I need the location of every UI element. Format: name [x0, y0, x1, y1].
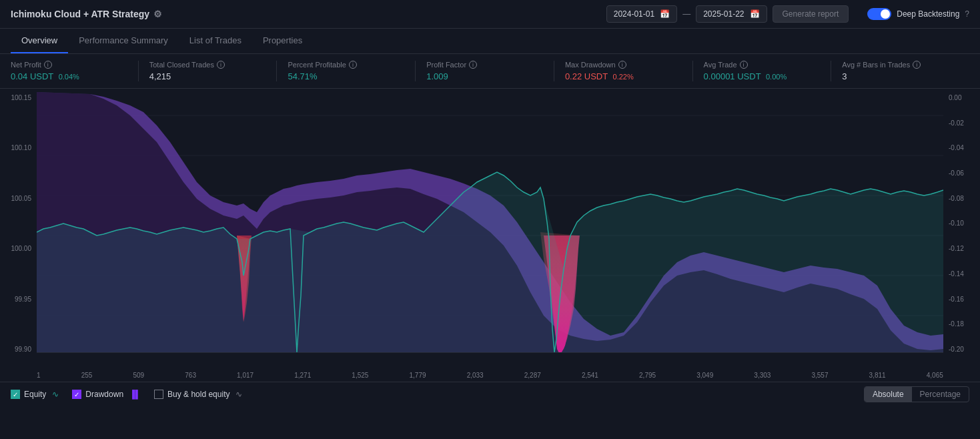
avg-trade-value: 0.00001 USDT 0.00%	[704, 71, 821, 81]
x-label-15: 3,811	[869, 372, 886, 379]
strategy-title: Ichimoku Cloud + ATR Strategy ⚙	[11, 9, 162, 19]
calendar-icon: 📅	[660, 9, 670, 19]
x-label-14: 3,557	[811, 372, 828, 379]
net-profit-info-icon[interactable]: i	[44, 61, 52, 69]
x-label-8: 2,033	[467, 372, 484, 379]
x-label-10: 2,541	[582, 372, 598, 379]
percent-profitable-info-icon[interactable]: i	[349, 61, 357, 69]
metric-net-profit: Net Profit i 0.04 USDT 0.04%	[11, 61, 139, 81]
x-label-6: 1,525	[352, 372, 368, 379]
date-range: 2024-01-01 📅 — 2025-01-22 📅 Generate rep…	[606, 5, 849, 23]
x-label-5: 1,271	[294, 372, 311, 379]
total-trades-info-icon[interactable]: i	[217, 61, 225, 69]
calendar-icon-2: 📅	[750, 9, 760, 19]
x-label-9: 2,287	[524, 372, 541, 379]
header: Ichimoku Cloud + ATR Strategy ⚙ 2024-01-…	[0, 0, 980, 29]
x-label-7: 1,779	[409, 372, 426, 379]
y-label-r-2: -0.04	[949, 144, 975, 151]
y-axis-left: 100.15 100.10 100.05 100.00 99.95 99.90	[0, 89, 37, 369]
x-axis: 1 255 509 763 1,017 1,271 1,525 1,779 2,…	[0, 369, 980, 382]
date-start-value: 2024-01-01	[614, 9, 654, 19]
tab-overview[interactable]: Overview	[11, 29, 68, 53]
y-label-r-0: 0.00	[949, 94, 975, 101]
net-profit-sub: 0.04%	[59, 73, 79, 81]
tab-bar: Overview Performance Summary List of Tra…	[0, 29, 980, 54]
drawdown-bar-icon: ▐▌	[129, 390, 141, 399]
legend-bar: ✓ Equity ∿ ✓ Drawdown ▐▌ Buy & hold equi…	[0, 382, 980, 406]
equity-check-mark: ✓	[13, 391, 18, 398]
view-percentage-button[interactable]: Percentage	[912, 387, 969, 402]
y-label-r-10: -0.20	[949, 346, 975, 353]
total-trades-value: 4,215	[149, 71, 266, 81]
date-start-input[interactable]: 2024-01-01 📅	[606, 5, 677, 23]
legend-drawdown[interactable]: ✓ Drawdown ▐▌	[72, 390, 141, 399]
tab-list-of-trades[interactable]: List of Trades	[179, 29, 252, 53]
y-label-r-8: -0.16	[949, 296, 975, 303]
gear-icon[interactable]: ⚙	[153, 9, 162, 19]
y-label-r-9: -0.18	[949, 320, 975, 328]
drawdown-check-mark: ✓	[74, 391, 79, 398]
equity-checkbox[interactable]: ✓	[11, 390, 20, 399]
avg-trade-info-icon[interactable]: i	[740, 61, 748, 69]
legend-equity[interactable]: ✓ Equity ∿	[11, 390, 59, 399]
y-label-5: 99.90	[5, 346, 31, 353]
metric-percent-profitable: Percent Profitable i 54.71%	[277, 61, 416, 81]
percent-profitable-label: Percent Profitable	[288, 61, 346, 69]
metrics-bar: Net Profit i 0.04 USDT 0.04% Total Close…	[0, 54, 980, 89]
tab-performance-summary[interactable]: Performance Summary	[68, 29, 179, 53]
deep-backtesting-toggle[interactable]	[867, 8, 891, 20]
y-label-r-1: -0.02	[949, 119, 975, 127]
y-label-3: 100.00	[5, 245, 31, 252]
percent-profitable-value: 54.71%	[288, 71, 404, 81]
y-label-r-4: -0.08	[949, 195, 975, 202]
view-toggle: Absolute Percentage	[864, 386, 969, 402]
legend-buyhold[interactable]: Buy & hold equity ∿	[154, 390, 242, 399]
y-label-0: 100.15	[5, 94, 31, 101]
equity-line-icon: ∿	[52, 390, 59, 399]
buyhold-line-icon: ∿	[235, 390, 242, 399]
max-drawdown-value: 0.22 USDT 0.22%	[565, 71, 682, 81]
buyhold-label: Buy & hold equity	[167, 390, 229, 399]
x-label-11: 2,795	[639, 372, 656, 379]
x-label-0: 1	[37, 372, 41, 379]
deep-backtesting-label: Deep Backtesting	[897, 9, 959, 19]
y-label-r-5: -0.10	[949, 220, 975, 227]
y-label-1: 100.10	[5, 144, 31, 151]
avg-trade-sub: 0.00%	[766, 73, 787, 81]
profit-factor-info-icon[interactable]: i	[469, 61, 477, 69]
date-end-input[interactable]: 2025-01-22 📅	[696, 5, 767, 23]
drawdown-label: Drawdown	[85, 390, 123, 399]
x-label-1: 255	[81, 372, 93, 379]
max-drawdown-info-icon[interactable]: i	[618, 61, 626, 69]
buyhold-checkbox[interactable]	[154, 390, 163, 399]
help-icon[interactable]: ?	[965, 9, 969, 19]
drawdown-checkbox[interactable]: ✓	[72, 390, 81, 399]
avg-bars-info-icon[interactable]: i	[913, 61, 921, 69]
profit-factor-value: 1.009	[426, 71, 543, 81]
total-trades-label: Total Closed Trades	[149, 61, 214, 69]
max-drawdown-sub: 0.22%	[613, 73, 634, 81]
y-axis-right: 0.00 -0.02 -0.04 -0.06 -0.08 -0.10 -0.12…	[943, 89, 980, 369]
metric-avg-trade: Avg Trade i 0.00001 USDT 0.00%	[693, 61, 832, 81]
profit-factor-label: Profit Factor	[426, 61, 466, 69]
metric-max-drawdown: Max Drawdown i 0.22 USDT 0.22%	[554, 61, 693, 81]
avg-bars-value: 3	[842, 71, 959, 81]
title-text: Ichimoku Cloud + ATR Strategy	[11, 9, 149, 19]
max-drawdown-label: Max Drawdown	[565, 61, 616, 69]
chart-area: 100.15 100.10 100.05 100.00 99.95 99.90 …	[0, 89, 980, 369]
avg-bars-label: Avg # Bars in Trades	[842, 61, 910, 69]
x-label-12: 3,049	[696, 372, 713, 379]
chart-svg	[37, 89, 943, 369]
deep-backtesting-toggle-container: Deep Backtesting ?	[867, 8, 969, 20]
metric-profit-factor: Profit Factor i 1.009	[416, 61, 554, 81]
tab-properties[interactable]: Properties	[252, 29, 313, 53]
net-profit-label: Net Profit	[11, 61, 41, 69]
net-profit-value: 0.04 USDT 0.04%	[11, 71, 127, 81]
view-absolute-button[interactable]: Absolute	[865, 387, 912, 402]
y-label-2: 100.05	[5, 195, 31, 202]
generate-report-button[interactable]: Generate report	[773, 5, 849, 23]
x-label-13: 3,303	[754, 372, 771, 379]
metric-total-trades: Total Closed Trades i 4,215	[139, 61, 278, 81]
metric-avg-bars: Avg # Bars in Trades i 3	[831, 61, 969, 81]
date-separator: —	[682, 9, 690, 19]
